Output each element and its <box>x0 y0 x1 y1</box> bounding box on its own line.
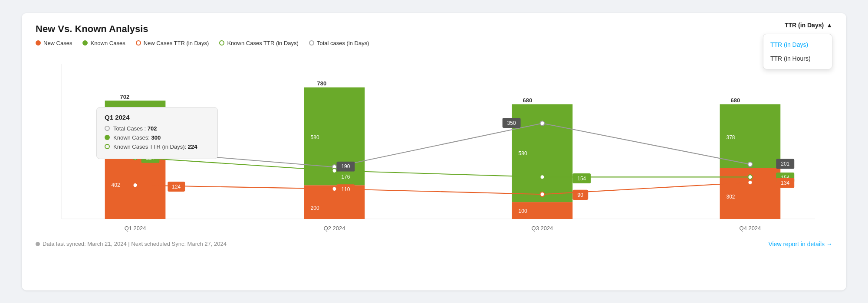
q2-new-ttr-value: 110 <box>341 186 350 192</box>
view-report-link[interactable]: View report in details → <box>768 241 832 248</box>
q3-new-value: 100 <box>519 208 527 214</box>
q2-known-ttr-value: 176 <box>341 173 350 179</box>
q2-new-value: 200 <box>311 205 319 211</box>
q1-new-value: 402 <box>112 182 120 188</box>
footer: Data last synced: March 21, 2024 | Next … <box>36 241 832 248</box>
legend-known-cases: Known Cases <box>82 40 125 46</box>
ttr-option-days[interactable]: TTR (in Days) <box>763 38 832 52</box>
new-cases-dot <box>36 40 41 46</box>
q2-new-ttr-dot <box>332 186 337 191</box>
main-card: New Vs. Known Analysis New Cases Known C… <box>22 13 846 290</box>
q1-total-label: 702 <box>120 93 130 100</box>
known-cases-ttr-dot <box>219 40 224 46</box>
q4-known-value: 378 <box>727 134 735 140</box>
legend: New Cases Known Cases New Cases TTR (in … <box>36 40 832 46</box>
new-cases-label: New Cases <box>43 40 72 46</box>
ttr-dropdown-button[interactable]: TTR (in Days) ▲ <box>785 22 832 29</box>
tooltip-known-text: Known Cases: 300 <box>113 134 161 141</box>
ttr-dropdown-arrow: ▲ <box>826 22 832 29</box>
q4-axis-label: Q4 2024 <box>740 225 761 231</box>
legend-new-cases-ttr: New Cases TTR (in Days) <box>136 40 209 46</box>
tooltip-known-icon <box>105 135 110 140</box>
q4-total-ttr-value: 201 <box>781 160 789 166</box>
new-cases-ttr-label: New Cases TTR (in Days) <box>144 40 209 46</box>
q2-total-label: 780 <box>317 80 327 87</box>
q3-known-value: 580 <box>519 150 527 156</box>
total-ttr-line <box>135 123 750 167</box>
tooltip-known-ttr-text: Known Cases TTR (in Days): 224 <box>113 143 197 150</box>
total-cases-dot <box>309 40 314 46</box>
tooltip-row-total: Total Cases : 702 <box>105 125 210 132</box>
q4-new-value: 302 <box>727 193 735 199</box>
q4-total-dot <box>748 162 752 166</box>
q3-total-dot <box>540 121 544 126</box>
view-report-text: View report in details → <box>768 241 832 248</box>
known-cases-label: Known Cases <box>90 40 125 46</box>
q3-known-ttr-dot <box>540 175 544 179</box>
tooltip-title: Q1 2024 <box>105 114 210 121</box>
ttr-dropdown[interactable]: TTR (in Days) ▲ TTR (in Days) TTR (in Ho… <box>785 22 832 29</box>
q4-known-ttr-dot <box>748 175 752 179</box>
tooltip-row-known-ttr: Known Cases TTR (in Days): 224 <box>105 143 210 150</box>
chart-area: 702 402 300 780 200 580 680 100 580 <box>36 55 832 237</box>
q4-total-label: 680 <box>731 97 740 103</box>
q4-new-ttr-value: 134 <box>781 179 789 186</box>
q3-known-ttr-value: 154 <box>577 175 586 181</box>
footer-sync: Data last synced: March 21, 2024 | Next … <box>36 241 227 247</box>
tooltip: Q1 2024 Total Cases : 702 Known Cases: 3… <box>96 107 218 159</box>
tooltip-total-icon <box>105 126 110 131</box>
q3-new-ttr-dot <box>540 192 544 197</box>
ttr-dropdown-menu: TTR (in Days) TTR (in Hours) <box>763 34 832 69</box>
q3-new-ttr-value: 90 <box>578 192 583 198</box>
footer-sync-dot <box>36 242 40 246</box>
q2-known-ttr-dot <box>332 168 337 173</box>
ttr-option-hours[interactable]: TTR (in Hours) <box>763 52 832 65</box>
q4-new-ttr-dot <box>748 180 752 185</box>
known-ttr-line <box>135 157 750 177</box>
q1-new-ttr-dot <box>133 183 138 188</box>
tooltip-total-text: Total Cases : 702 <box>113 125 157 132</box>
tooltip-known-ttr-icon <box>105 144 110 149</box>
q2-known-value: 580 <box>311 134 319 140</box>
known-cases-dot <box>82 40 88 46</box>
q3-total-label: 680 <box>523 97 533 103</box>
legend-known-cases-ttr: Known Cases TTR (in Days) <box>219 40 298 46</box>
legend-total-cases: Total cases (in Days) <box>309 40 369 46</box>
q3-axis-label: Q3 2024 <box>532 225 553 231</box>
total-cases-label: Total cases (in Days) <box>317 40 369 46</box>
card-title: New Vs. Known Analysis <box>36 23 832 35</box>
q1-new-ttr-value: 124 <box>172 183 181 189</box>
new-cases-ttr-dot <box>136 40 141 46</box>
footer-sync-text: Data last synced: March 21, 2024 | Next … <box>43 241 227 247</box>
q3-total-ttr-value: 350 <box>507 120 516 126</box>
q2-axis-label: Q2 2024 <box>324 225 345 231</box>
q1-axis-label: Q1 2024 <box>125 225 146 231</box>
new-ttr-line <box>135 182 750 194</box>
legend-new-cases: New Cases <box>36 40 72 46</box>
ttr-dropdown-label: TTR (in Days) <box>785 22 824 29</box>
known-cases-ttr-label: Known Cases TTR (in Days) <box>227 40 298 46</box>
q2-total-ttr-value: 190 <box>341 163 350 169</box>
tooltip-row-known: Known Cases: 300 <box>105 134 210 141</box>
